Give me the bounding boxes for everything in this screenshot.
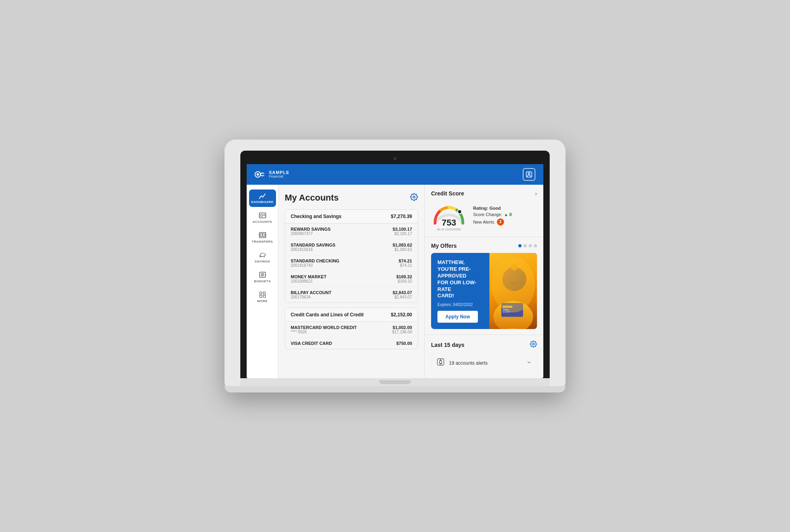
last-days-title: Last 15 days xyxy=(431,342,464,348)
credit-score-widget: Credit Score › xyxy=(425,185,543,237)
table-row[interactable]: MASTERCARD WORLD CREDIT **** 0026 $1,002… xyxy=(285,322,418,338)
table-row[interactable]: VISA CREDIT CARD $750.00 xyxy=(285,338,418,349)
offers-header: My Offers xyxy=(431,243,537,249)
sidebar-item-dashboard[interactable]: DASHBOARD xyxy=(249,189,276,207)
table-row[interactable]: STANDARD CHECKING 2001918743 $74.21 $74.… xyxy=(285,255,418,271)
sidebar-item-savings[interactable]: SAVINGS xyxy=(249,248,276,266)
sidebar-label-budgets: BUDGETS xyxy=(254,279,271,283)
transfers-icon xyxy=(259,232,267,239)
offer-card: MATTHEW,YOU'RE PRE-APPROVEDFOR OUR LOW-R… xyxy=(431,253,537,329)
checking-savings-label: Checking and Savings xyxy=(291,214,341,219)
offer-expires: Expires: 04/02/2022 xyxy=(437,302,483,307)
account-balance: $750.00 xyxy=(396,341,412,346)
account-available: $169.32 xyxy=(396,279,412,283)
budgets-icon xyxy=(259,271,267,278)
sidebar-label-accounts: ACCOUNTS xyxy=(253,220,272,224)
chevron-down-icon xyxy=(526,360,532,366)
svg-rect-14 xyxy=(259,295,262,298)
alerts-text: 19 accounts alerts xyxy=(449,360,487,366)
svg-rect-24 xyxy=(502,311,510,312)
credit-score-date: As of 11/10/2022 xyxy=(431,228,467,231)
account-name: MONEY MARKET xyxy=(291,274,326,279)
offers-dot-3[interactable] xyxy=(529,244,532,247)
account-name: MASTERCARD WORLD CREDIT xyxy=(291,325,357,330)
credit-cards-label: Credit Cards and Lines of Credit xyxy=(291,312,364,318)
credit-cards-total: $2,152.00 xyxy=(391,312,412,318)
account-number: 2000967477 xyxy=(291,232,331,236)
account-balance: $1,002.00 xyxy=(392,325,412,330)
credit-score-header: Credit Score › xyxy=(431,190,537,197)
credit-score-title: Credit Score xyxy=(431,190,464,197)
score-change-row: Score Change: ▲ 8 xyxy=(473,212,537,217)
svg-point-5 xyxy=(261,214,263,216)
credit-details: Rating: Good Score Change: ▲ 8 New Alert… xyxy=(473,206,537,227)
svg-point-16 xyxy=(413,196,415,198)
offers-dot-4[interactable] xyxy=(534,244,537,247)
offers-dot-1[interactable] xyxy=(518,244,522,247)
account-number: 2001915616 xyxy=(291,247,336,252)
svg-point-17 xyxy=(458,210,462,214)
offer-headline: MATTHEW,YOU'RE PRE-APPROVEDFOR OUR LOW-R… xyxy=(437,259,483,299)
svg-rect-22 xyxy=(502,306,512,308)
account-balance: $169.32 xyxy=(396,274,412,279)
credit-score-content: 753 As of 11/10/2022 Rating: Good S xyxy=(431,201,537,231)
svg-rect-21 xyxy=(501,303,523,317)
offer-image xyxy=(489,253,537,329)
sidebar-item-transfers[interactable]: TRANSFERS xyxy=(249,228,276,247)
score-change-label: Score Change: xyxy=(473,212,502,217)
account-name: STANDARD CHECKING xyxy=(291,258,339,263)
last-days-settings-icon[interactable] xyxy=(530,341,537,349)
dashboard-icon xyxy=(259,193,267,199)
account-number: 1001098621 xyxy=(291,279,326,283)
account-name: STANDARD SAVINGS xyxy=(291,243,336,247)
svg-point-8 xyxy=(264,255,265,255)
sidebar: DASHBOARD ACCOUNTS xyxy=(247,185,278,378)
credit-score-arrow[interactable]: › xyxy=(535,190,537,197)
table-row[interactable]: BILLPAY ACCOUNT 200170634 $2,843.07 $2,8… xyxy=(285,287,418,302)
sidebar-item-accounts[interactable]: ACCOUNTS xyxy=(249,209,276,227)
account-available: $17,196.00 xyxy=(392,330,412,334)
accounts-settings-icon[interactable] xyxy=(410,193,418,203)
account-balance: $3,100.17 xyxy=(393,227,412,232)
laptop-camera xyxy=(393,157,397,160)
alerts-row[interactable]: 19 accounts alerts xyxy=(431,354,537,372)
credit-rating-row: Rating: Good xyxy=(473,206,537,211)
svg-rect-12 xyxy=(259,292,262,294)
sidebar-item-budgets[interactable]: BUDGETS xyxy=(249,268,276,286)
brand-logo-area: SAMPLE Financial xyxy=(255,170,290,179)
credit-score-value: 753 xyxy=(442,218,456,228)
offers-dot-2[interactable] xyxy=(523,244,527,247)
more-icon xyxy=(259,291,267,298)
table-row[interactable]: REWARD SAVINGS 2000967477 $3,100.17 $3,1… xyxy=(285,224,418,239)
svg-rect-23 xyxy=(502,309,508,310)
account-name: BILLPAY ACCOUNT xyxy=(291,290,332,295)
sidebar-item-more[interactable]: MORE xyxy=(249,288,276,306)
score-change-value: ▲ 8 xyxy=(504,212,512,217)
new-alerts-row: New Alerts: 3 xyxy=(473,218,537,226)
left-panel: My Accounts xyxy=(278,185,424,378)
table-row[interactable]: MONEY MARKET 1001098621 $169.32 $169.32 xyxy=(285,271,418,287)
checking-savings-total: $7,270.39 xyxy=(391,214,412,219)
accounts-icon xyxy=(259,212,267,219)
svg-point-27 xyxy=(440,360,441,361)
account-number: 2001918743 xyxy=(291,263,339,268)
svg-point-3 xyxy=(528,173,530,175)
offer-content: MATTHEW,YOU'RE PRE-APPROVEDFOR OUR LOW-R… xyxy=(431,253,489,329)
credit-rating-text: Rating: Good xyxy=(473,206,501,211)
top-nav: SAMPLE Financial xyxy=(247,164,543,185)
new-alerts-badge: 3 xyxy=(497,218,504,226)
checking-savings-section: Checking and Savings $7,270.39 REWARD SA… xyxy=(285,209,418,303)
new-alerts-label: New Alerts: xyxy=(473,220,495,224)
nav-user-button[interactable] xyxy=(523,168,535,181)
account-number: 200170634 xyxy=(291,295,332,299)
brand-logo-icon xyxy=(255,170,266,178)
svg-point-19 xyxy=(502,267,526,291)
offers-dots xyxy=(518,244,537,247)
table-row[interactable]: STANDARD SAVINGS 2001915616 $1,083.62 $1… xyxy=(285,239,418,255)
bell-icon xyxy=(436,358,445,368)
credit-cards-section: Credit Cards and Lines of Credit $2,152.… xyxy=(285,308,418,349)
apply-now-button[interactable]: Apply Now xyxy=(437,311,478,323)
account-number: **** 0026 xyxy=(291,330,357,334)
svg-rect-13 xyxy=(263,292,265,294)
svg-rect-15 xyxy=(263,295,265,298)
